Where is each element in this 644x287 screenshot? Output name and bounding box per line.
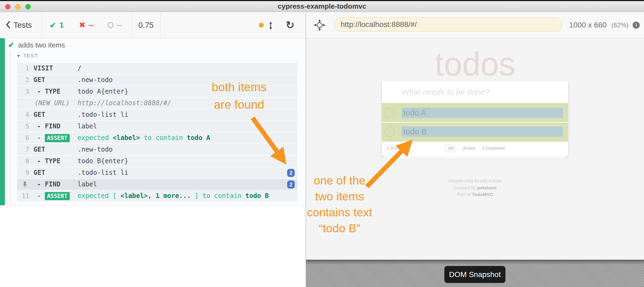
window-title: cypress-example-todomvc <box>0 2 644 11</box>
separator <box>42 12 42 38</box>
window-top-edge <box>0 0 644 1</box>
command-row[interactable]: 1VISIT/ <box>17 63 297 74</box>
command-row[interactable]: 11- ASSERTexpected [ <label>, 1 more... … <box>17 190 297 202</box>
todo-text: todo B <box>403 127 427 137</box>
app-credit: Part of TodoMVC <box>382 192 568 197</box>
command-message: expected [ <label>, 1 more... ] to conta… <box>78 190 269 201</box>
todomvc-link[interactable]: TodoMVC <box>472 192 493 197</box>
new-todo-placeholder: What needs to be done? <box>401 81 490 103</box>
command-message: label <box>78 179 97 190</box>
url-input[interactable]: http://localhost:8888/#/ <box>334 17 562 32</box>
todo-toggle-icon[interactable] <box>384 127 395 137</box>
viewport-resize-icon[interactable] <box>269 22 273 31</box>
command-method: GET <box>33 144 45 155</box>
command-method: - ASSERT <box>37 190 70 201</box>
assert-badge: ASSERT <box>45 134 70 142</box>
todo-item[interactable]: todo B <box>382 123 568 142</box>
filter-active[interactable]: Active <box>463 146 475 151</box>
command-method: - FIND <box>37 179 61 190</box>
back-to-tests-button[interactable]: Tests <box>6 12 32 38</box>
todo-footer: 2 items left All Active Completed <box>382 142 568 155</box>
command-message: .new-todo <box>78 144 113 155</box>
test-section-header[interactable]: ▾ TEST <box>17 53 38 59</box>
test-section-label: TEST <box>23 53 38 59</box>
selector-playground-icon[interactable] <box>314 19 326 32</box>
pending-count-value: -- <box>117 21 122 29</box>
app-preview-panel: todos What needs to be done? todo A todo… <box>306 38 644 260</box>
command-row[interactable]: (NEW URL)http://localhost:8888/#/ <box>17 98 297 109</box>
command-number: 7 <box>17 144 29 155</box>
app-heading: todos <box>306 45 644 83</box>
app-hint: Double-click to edit a todo <box>382 178 568 184</box>
command-message: todo B{enter} <box>78 156 128 167</box>
todo-text: todo A <box>403 108 426 118</box>
command-method: GET <box>33 109 45 120</box>
test-duration: 0.75 <box>132 12 160 38</box>
command-list: 1VISIT/2GET.new-todo3- TYPEtodo A{enter}… <box>17 63 297 202</box>
command-number: 3 <box>17 86 29 97</box>
todo-label-highlight: todo A <box>402 108 563 118</box>
command-number: 8 <box>17 156 29 167</box>
filter-completed[interactable]: Completed <box>482 146 505 151</box>
failed-count: ✖ -- <box>79 12 93 38</box>
command-method: GET <box>33 74 45 86</box>
failed-count-value: -- <box>89 21 94 29</box>
test-passed-strip <box>0 38 5 205</box>
command-number: 11 <box>17 190 29 201</box>
info-icon[interactable]: i <box>633 22 640 29</box>
command-number: 2 <box>17 74 29 86</box>
command-row[interactable]: 7GET.new-todo <box>17 144 297 156</box>
todo-item[interactable]: todo A <box>382 103 568 123</box>
command-method: GET <box>33 167 45 178</box>
command-message: / <box>78 63 81 74</box>
url-text: http://localhost:8888/#/ <box>341 20 417 29</box>
command-message: .todo-list li <box>78 167 128 178</box>
dotted-connector <box>10 52 11 204</box>
command-method: - ASSERT <box>37 132 70 144</box>
command-row[interactable]: 5- FINDlabel <box>17 121 297 132</box>
stacked-sheet <box>386 157 564 159</box>
command-method: (NEW URL) <box>35 98 70 109</box>
titlebar: cypress-example-todomvc <box>0 0 644 12</box>
toolbar: Tests ✔ 1 ✖ -- -- 0.75 ↻ http://localhos… <box>0 12 644 38</box>
command-row[interactable]: 3- TYPEtodo A{enter} <box>17 86 297 98</box>
pending-count: -- <box>108 12 122 38</box>
command-method: VISIT <box>33 63 53 74</box>
band-shade <box>306 260 644 265</box>
assert-badge: ASSERT <box>45 192 70 200</box>
command-log-panel: ✔ adds two items ▾ TEST 1VISIT/2GET.new-… <box>0 38 306 206</box>
passed-count-value: 1 <box>59 21 64 29</box>
filter-all[interactable]: All <box>445 145 456 152</box>
author-link[interactable]: petehunt <box>477 185 497 190</box>
passed-count: ✔ 1 <box>49 12 64 38</box>
viewport-scale[interactable]: (62%) <box>611 12 629 38</box>
command-row[interactable]: 2GET.new-todo <box>17 74 297 86</box>
command-number: 9 <box>17 167 29 178</box>
app-credit: Created by petehunt <box>382 185 568 191</box>
command-row[interactable]: 6- ASSERTexpected <label> to contain tod… <box>17 132 297 144</box>
dom-snapshot-badge: DOM Snapshot <box>444 266 505 283</box>
filter-bar: All Active Completed <box>382 142 568 155</box>
command-count-badge: 2 <box>287 169 295 177</box>
check-icon: ✔ <box>49 20 56 30</box>
command-method: - FIND <box>37 121 61 132</box>
x-icon: ✖ <box>79 21 85 29</box>
refresh-icon[interactable]: ↻ <box>286 12 294 38</box>
panel-divider[interactable] <box>306 12 306 287</box>
command-row[interactable]: 9GET.todo-list li2 <box>17 167 297 179</box>
chevron-left-icon <box>6 21 10 29</box>
pin-icon[interactable] <box>23 182 27 187</box>
command-row[interactable]: - FINDlabel2 <box>17 179 297 190</box>
todo-toggle-icon[interactable] <box>384 108 395 118</box>
command-row[interactable]: 8- TYPEtodo B{enter} <box>17 156 297 167</box>
viewport-size[interactable]: 1000 x 660 <box>569 12 607 38</box>
collapse-triangle-icon: ▾ <box>17 53 20 59</box>
circle-icon <box>108 22 113 28</box>
command-message: todo A{enter} <box>78 86 128 97</box>
command-method: - TYPE <box>37 156 61 167</box>
test-title[interactable]: adds two items <box>18 41 65 49</box>
viewport-indicator-dot[interactable] <box>259 23 264 28</box>
command-row[interactable]: 4GET.todo-list li <box>17 109 297 121</box>
new-todo-input[interactable]: What needs to be done? <box>382 81 568 103</box>
command-number: 5 <box>17 121 29 132</box>
